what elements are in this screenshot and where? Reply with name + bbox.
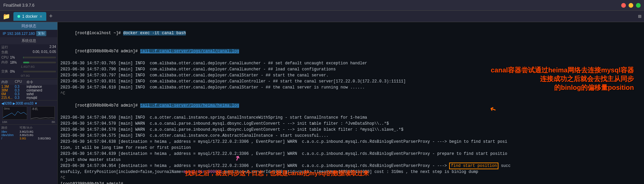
mem-bar-track xyxy=(23,62,56,63)
cmd-2: tail -f canal-server/logs/canal/canal.lo… xyxy=(140,49,239,54)
tab-status-dot xyxy=(17,15,20,18)
proc-mem-4: 215.4... xyxy=(1,96,15,100)
process-header: 内存 CPU 命令 xyxy=(0,79,57,85)
divider-3 xyxy=(0,124,57,125)
disk-3-total: 3.8G/38G xyxy=(38,137,56,140)
terminal-ctrl-1: ^C xyxy=(60,90,641,97)
tab-bar-right: ⊞ xyxy=(638,13,641,20)
proc-cpu-1: 0.3 xyxy=(15,85,26,88)
cpu-bar-track xyxy=(23,57,56,58)
tab-docker[interactable]: 1 docker × xyxy=(13,12,46,21)
cpu-label: CPU xyxy=(1,56,9,59)
tab-bar: 📁 1 docker × + ⊞ xyxy=(0,11,644,22)
layout-icon[interactable]: ⊞ xyxy=(638,13,641,20)
proc-mem-3: 6M xyxy=(1,92,15,96)
proc-cmd-1: irqbalance xyxy=(26,85,56,88)
local-chart: 本机 xyxy=(31,106,55,120)
mem-row: 内存 18% xyxy=(0,60,57,65)
terminal-line-10: 2023-06-30 14:57:04.570 [main] WARN c.a.… xyxy=(60,121,641,127)
mem-label: 内存 xyxy=(1,60,9,65)
proc-mem-2: 38M xyxy=(1,88,15,92)
main-area: 同步状态 IP 192.168.127.180 复制 系统信息 运行 2:34 … xyxy=(0,22,644,184)
process-row-3: 6M 0.3 sshd xyxy=(0,92,57,96)
terminal-line-11: 2023-06-30 14:57:04.570 [main] WARN c.a.… xyxy=(60,127,641,133)
divider-2 xyxy=(0,100,57,101)
net-chart: 0ms xyxy=(3,106,27,120)
proc-cpu-2: 0.3 xyxy=(15,88,26,92)
run-time-value: 2:34 xyxy=(29,45,56,50)
tab-label: 1 docker xyxy=(22,14,38,19)
disk-3-used: 3.8G xyxy=(19,137,38,140)
terminal-line-4: 2023-06-30 14:57:03.790 [main] INFO com.… xyxy=(60,66,641,72)
cpu-bar-fill xyxy=(23,57,23,58)
prompt-heima: [root@3398b80b4b7d admin]# xyxy=(75,103,140,108)
app-title: FinalShell 3.9.7.6 xyxy=(3,3,35,8)
cpu-value: 1% xyxy=(10,56,22,59)
swap-bar-track xyxy=(23,71,56,72)
proc-header-cmd: 命令 xyxy=(26,80,56,84)
tab-add-button[interactable]: + xyxy=(48,13,54,20)
net-down: 8K xyxy=(52,120,55,124)
terminal-line-7: 2023-06-30 14:57:04.610 [main] INFO com.… xyxy=(60,84,641,90)
local-chart-label: 本机 xyxy=(32,107,38,111)
mem-value: 18% xyxy=(10,61,22,64)
system-info-grid: 运行 2:34 负载 0.00, 0.01, 0.05 xyxy=(0,44,57,55)
terminal-line-14: 2023-06-30 14:57:04.639 [destination = h… xyxy=(60,151,641,157)
sidebar: 同步状态 IP 192.168.127.180 复制 系统信息 运行 2:34 … xyxy=(0,22,58,184)
proc-mem-1: 1.3M xyxy=(1,85,15,88)
terminal-line-12: 2023-06-30 14:57:04.575 [main] INFO c.a.… xyxy=(60,133,641,139)
swap-label: 交换 xyxy=(1,69,9,74)
swap-row: 交换 0% xyxy=(0,69,57,74)
run-time-label: 运行 xyxy=(1,45,29,50)
terminal-ctrl-2: ^C xyxy=(60,175,641,181)
proc-header-cpu: CPU xyxy=(15,80,26,84)
proc-cmd-4: mysqld xyxy=(26,96,56,100)
journal-name: mysql-bin.000001 xyxy=(183,170,222,174)
terminal-line-5: 2023-06-30 14:57:03.797 [main] INFO com.… xyxy=(60,72,641,78)
minimize-button[interactable] xyxy=(629,3,633,8)
sidebar-status: 同步状态 xyxy=(0,22,57,30)
proc-cpu-3: 0.3 xyxy=(15,92,26,96)
system-info-title: 系统信息 xyxy=(0,37,57,44)
cmd-heima: tail -f canal-server/logs/heima/heima.lo… xyxy=(140,103,239,108)
disk-header-path: 路径 xyxy=(1,126,19,130)
proc-cpu-4: 0.3 xyxy=(15,96,26,100)
disk-grid: 路径 可用/大小 /dev 3.8G/3.8G /dev/shm 3.8G/3.… xyxy=(0,125,57,140)
net-up: 16K xyxy=(2,120,7,124)
load-label: 负载 xyxy=(1,50,29,55)
disk-header-size: 可用/大小 xyxy=(19,126,56,130)
folder-icon: 📁 xyxy=(3,13,10,20)
disk-2-path: /dev/shm xyxy=(1,133,19,137)
terminal-line-2: [root@3398b80b4b7d admin]# tail -f canal… xyxy=(60,42,641,60)
terminal-line-3: 2023-06-30 14:57:03.765 [main] INFO com.… xyxy=(60,60,641,66)
terminal-line-13: 2023-06-30 14:57:04.638 [destination = h… xyxy=(60,139,641,145)
disk-1-path: /dev xyxy=(1,130,19,133)
proc-cmd-3: sshd xyxy=(26,92,56,96)
swap-detail: 0/7.9G xyxy=(0,74,57,78)
net-indicator: ◀928B ▶300B ens33 ▼ xyxy=(0,101,57,106)
terminal-line-heima: [root@3398b80b4b7d admin]# tail -f canal… xyxy=(60,97,641,115)
sidebar-ip-row: IP 192.168.127.180 复制 xyxy=(0,30,57,37)
title-bar: FinalShell 3.9.7.6 xyxy=(0,0,644,11)
terminal-line-6: 2023-06-30 14:57:03.831 [main] INFO com.… xyxy=(60,78,641,84)
process-row-2: 38M 0.3 containerd xyxy=(0,88,57,92)
terminal-line-1: [root@localhost ~]# docker exec -it cana… xyxy=(60,24,641,42)
prompt-2: [root@3398b80b4b7d admin]# xyxy=(75,49,140,54)
process-row-4: 215.4... 0.3 mysqld xyxy=(0,96,57,100)
chart-scale: 16K 8K xyxy=(0,120,57,124)
mem-bar-fill xyxy=(23,62,29,63)
window-controls xyxy=(621,3,641,8)
load-value: 0.00, 0.01, 0.05 xyxy=(29,50,56,55)
process-row-1: 1.3M 0.3 irqbalance xyxy=(0,85,57,88)
copy-ip-button[interactable]: 复制 xyxy=(36,31,46,36)
terminal-line-15: 2023-06-30 14:57:04.954 [destination = h… xyxy=(60,163,641,169)
maximize-button[interactable] xyxy=(636,3,641,8)
terminal-line-9: 2023-06-30 14:57:04.550 [main] INFO c.a.… xyxy=(60,115,641,121)
terminal-line-15b: essfully, EntryPosition[included=false,j… xyxy=(60,169,641,175)
terminal[interactable]: [root@localhost ~]# docker exec -it cana… xyxy=(58,22,644,184)
cpu-row: CPU 1% xyxy=(0,55,57,60)
prompt-1: [root@localhost ~]# xyxy=(75,31,123,36)
close-button[interactable] xyxy=(621,3,626,8)
tab-close-button[interactable]: × xyxy=(40,14,42,19)
find-start-position-highlight: find start position xyxy=(449,163,498,169)
